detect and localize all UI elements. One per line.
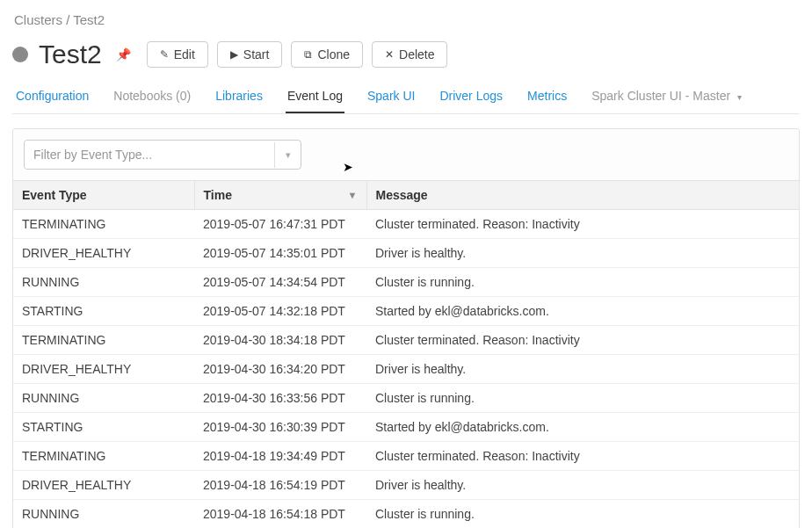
col-time-label: Time bbox=[204, 188, 232, 202]
cell-type: DRIVER_HEALTHY bbox=[13, 239, 194, 268]
filter-event-type-input[interactable] bbox=[25, 141, 274, 169]
cell-time: 2019-05-07 14:32:18 PDT bbox=[194, 297, 366, 326]
breadcrumb-root-link[interactable]: Clusters bbox=[14, 12, 62, 27]
cell-time: 2019-04-30 16:30:39 PDT bbox=[194, 413, 366, 442]
table-row[interactable]: RUNNING2019-04-18 16:54:18 PDTCluster is… bbox=[13, 500, 799, 529]
cell-time: 2019-04-18 19:34:49 PDT bbox=[194, 442, 366, 471]
events-table: Event Type Time ▼ Message TERMINATING201… bbox=[13, 180, 799, 528]
sort-desc-icon: ▼ bbox=[348, 190, 358, 200]
cell-message: Driver is healthy. bbox=[366, 239, 799, 268]
cluster-tabs: Configuration Notebooks (0) Libraries Ev… bbox=[12, 82, 800, 114]
cell-type: RUNNING bbox=[13, 384, 194, 413]
table-row[interactable]: STARTING2019-04-30 16:30:39 PDTStarted b… bbox=[13, 413, 799, 442]
tab-driver-logs[interactable]: Driver Logs bbox=[438, 82, 504, 113]
table-row[interactable]: DRIVER_HEALTHY2019-04-18 16:54:19 PDTDri… bbox=[13, 471, 799, 500]
cell-time: 2019-05-07 14:34:54 PDT bbox=[194, 268, 366, 297]
cell-time: 2019-05-07 16:47:31 PDT bbox=[194, 210, 366, 239]
table-row[interactable]: TERMINATING2019-05-07 16:47:31 PDTCluste… bbox=[13, 210, 799, 239]
cell-type: DRIVER_HEALTHY bbox=[13, 471, 194, 500]
table-row[interactable]: DRIVER_HEALTHY2019-04-30 16:34:20 PDTDri… bbox=[13, 355, 799, 384]
table-row[interactable]: TERMINATING2019-04-30 18:34:18 PDTCluste… bbox=[13, 326, 799, 355]
cell-type: DRIVER_HEALTHY bbox=[13, 355, 194, 384]
cell-type: STARTING bbox=[13, 413, 194, 442]
start-button-label: Start bbox=[243, 47, 270, 61]
chevron-down-icon: ▾ bbox=[737, 92, 742, 102]
tab-spark-cluster-ui-label: Spark Cluster UI - Master bbox=[591, 89, 730, 103]
cell-type: STARTING bbox=[13, 297, 194, 326]
delete-button-label: Delete bbox=[399, 47, 434, 61]
cell-type: RUNNING bbox=[13, 500, 194, 529]
table-row[interactable]: TERMINATING2019-04-18 19:34:49 PDTCluste… bbox=[13, 442, 799, 471]
cell-type: TERMINATING bbox=[13, 442, 194, 471]
cell-message: Started by ekl@databricks.com. bbox=[366, 297, 799, 326]
cell-type: RUNNING bbox=[13, 268, 194, 297]
x-icon: ✕ bbox=[385, 48, 394, 61]
cell-type: TERMINATING bbox=[13, 326, 194, 355]
cell-time: 2019-04-30 16:34:20 PDT bbox=[194, 355, 366, 384]
cell-time: 2019-04-30 18:34:18 PDT bbox=[194, 326, 366, 355]
table-row[interactable]: STARTING2019-05-07 14:32:18 PDTStarted b… bbox=[13, 297, 799, 326]
play-icon: ▶ bbox=[230, 48, 238, 61]
cell-time: 2019-05-07 14:35:01 PDT bbox=[194, 239, 366, 268]
breadcrumb-sep: / bbox=[62, 12, 73, 27]
pin-icon[interactable]: 📌 bbox=[116, 47, 131, 61]
cell-message: Cluster terminated. Reason: Inactivity bbox=[366, 326, 799, 355]
event-log-panel: ▾ Event Type Time ▼ Message TERMINATING2… bbox=[12, 128, 800, 528]
table-row[interactable]: RUNNING2019-05-07 14:34:54 PDTCluster is… bbox=[13, 268, 799, 297]
clone-button-label: Clone bbox=[317, 47, 350, 61]
title-row: Test2 📌 ✎ Edit ▶ Start ⧉ Clone ✕ Delete bbox=[12, 40, 800, 69]
cell-message: Cluster is running. bbox=[366, 268, 799, 297]
cell-message: Started by ekl@databricks.com. bbox=[366, 413, 799, 442]
table-header-row: Event Type Time ▼ Message bbox=[13, 181, 799, 210]
tab-configuration[interactable]: Configuration bbox=[14, 82, 91, 113]
edit-button[interactable]: ✎ Edit bbox=[147, 41, 208, 68]
col-event-type[interactable]: Event Type bbox=[13, 181, 194, 210]
col-message[interactable]: Message bbox=[366, 181, 799, 210]
tab-spark-cluster-ui[interactable]: Spark Cluster UI - Master ▾ bbox=[590, 82, 743, 113]
cluster-name: Test2 bbox=[39, 40, 102, 69]
cell-type: TERMINATING bbox=[13, 210, 194, 239]
col-time[interactable]: Time ▼ bbox=[194, 181, 366, 210]
chevron-down-icon[interactable]: ▾ bbox=[274, 142, 301, 168]
cell-message: Cluster is running. bbox=[366, 384, 799, 413]
cell-message: Driver is healthy. bbox=[366, 471, 799, 500]
pencil-icon: ✎ bbox=[160, 48, 169, 61]
delete-button[interactable]: ✕ Delete bbox=[372, 41, 447, 68]
cell-message: Driver is healthy. bbox=[366, 355, 799, 384]
edit-button-label: Edit bbox=[174, 47, 195, 61]
breadcrumb: Clusters / Test2 bbox=[14, 12, 800, 27]
clone-icon: ⧉ bbox=[304, 48, 312, 61]
cell-time: 2019-04-30 16:33:56 PDT bbox=[194, 384, 366, 413]
cell-time: 2019-04-18 16:54:18 PDT bbox=[194, 500, 366, 529]
table-row[interactable]: RUNNING2019-04-30 16:33:56 PDTCluster is… bbox=[13, 384, 799, 413]
filter-bar: ▾ bbox=[13, 129, 799, 180]
tab-notebooks[interactable]: Notebooks (0) bbox=[112, 82, 192, 113]
cell-message: Cluster terminated. Reason: Inactivity bbox=[366, 210, 799, 239]
table-row[interactable]: DRIVER_HEALTHY2019-05-07 14:35:01 PDTDri… bbox=[13, 239, 799, 268]
tab-libraries[interactable]: Libraries bbox=[214, 82, 265, 113]
breadcrumb-current: Test2 bbox=[73, 12, 105, 27]
tab-metrics[interactable]: Metrics bbox=[526, 82, 569, 113]
tab-spark-ui[interactable]: Spark UI bbox=[366, 82, 417, 113]
clone-button[interactable]: ⧉ Clone bbox=[291, 41, 363, 68]
start-button[interactable]: ▶ Start bbox=[217, 41, 283, 68]
tab-event-log[interactable]: Event Log bbox=[286, 82, 344, 113]
cell-message: Cluster terminated. Reason: Inactivity bbox=[366, 442, 799, 471]
cluster-status-dot-icon bbox=[12, 47, 28, 62]
filter-event-type-select[interactable]: ▾ bbox=[24, 140, 301, 170]
cell-time: 2019-04-18 16:54:19 PDT bbox=[194, 471, 366, 500]
cell-message: Cluster is running. bbox=[366, 500, 799, 529]
